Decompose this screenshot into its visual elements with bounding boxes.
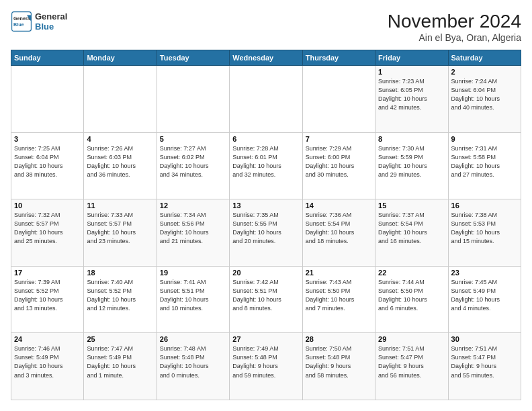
cell-info-text: Sunrise: 7:45 AM Sunset: 5:49 PM Dayligh… xyxy=(451,278,518,313)
cell-info-text: Sunrise: 7:44 AM Sunset: 5:50 PM Dayligh… xyxy=(378,278,445,313)
cell-info-text: Sunrise: 7:24 AM Sunset: 6:04 PM Dayligh… xyxy=(451,77,518,112)
calendar-cell: 27Sunrise: 7:49 AM Sunset: 5:48 PM Dayli… xyxy=(230,333,302,400)
cell-info-text: Sunrise: 7:49 AM Sunset: 5:48 PM Dayligh… xyxy=(232,345,299,379)
cell-info-text: Sunrise: 7:27 AM Sunset: 6:02 PM Dayligh… xyxy=(160,144,226,179)
calendar-cell: 7Sunrise: 7:29 AM Sunset: 6:00 PM Daylig… xyxy=(302,132,375,199)
calendar-cell xyxy=(157,66,229,133)
cell-info-text: Sunrise: 7:51 AM Sunset: 5:47 PM Dayligh… xyxy=(378,345,445,379)
calendar-cell: 18Sunrise: 7:40 AM Sunset: 5:52 PM Dayli… xyxy=(84,266,157,333)
calendar-cell: 29Sunrise: 7:51 AM Sunset: 5:47 PM Dayli… xyxy=(375,333,448,400)
page: General Blue General Blue November 2024 … xyxy=(0,0,532,411)
cell-info-text: Sunrise: 7:43 AM Sunset: 5:50 PM Dayligh… xyxy=(306,278,372,313)
cell-info-text: Sunrise: 7:37 AM Sunset: 5:54 PM Dayligh… xyxy=(378,211,445,246)
cell-info-text: Sunrise: 7:36 AM Sunset: 5:54 PM Dayligh… xyxy=(306,211,372,246)
svg-text:Blue: Blue xyxy=(13,21,24,28)
cell-day-number: 4 xyxy=(87,135,153,143)
calendar-cell: 19Sunrise: 7:41 AM Sunset: 5:51 PM Dayli… xyxy=(157,266,229,333)
cell-info-text: Sunrise: 7:46 AM Sunset: 5:49 PM Dayligh… xyxy=(14,345,81,379)
cell-info-text: Sunrise: 7:25 AM Sunset: 6:04 PM Dayligh… xyxy=(14,144,81,179)
calendar-week-row: 1Sunrise: 7:23 AM Sunset: 6:05 PM Daylig… xyxy=(11,66,521,133)
cell-info-text: Sunrise: 7:48 AM Sunset: 5:48 PM Dayligh… xyxy=(160,345,226,379)
cell-info-text: Sunrise: 7:47 AM Sunset: 5:49 PM Dayligh… xyxy=(87,345,153,379)
calendar-cell: 12Sunrise: 7:34 AM Sunset: 5:56 PM Dayli… xyxy=(157,199,229,267)
title-block: November 2024 Ain el Bya, Oran, Algeria xyxy=(388,11,521,43)
logo-text-blue: Blue xyxy=(35,21,67,32)
calendar-cell: 1Sunrise: 7:23 AM Sunset: 6:05 PM Daylig… xyxy=(375,66,448,133)
cell-day-number: 15 xyxy=(378,201,445,210)
cell-info-text: Sunrise: 7:31 AM Sunset: 5:58 PM Dayligh… xyxy=(451,144,518,179)
cell-info-text: Sunrise: 7:42 AM Sunset: 5:51 PM Dayligh… xyxy=(232,278,299,313)
calendar-cell xyxy=(84,66,157,133)
cell-day-number: 28 xyxy=(306,335,372,343)
cell-info-text: Sunrise: 7:33 AM Sunset: 5:57 PM Dayligh… xyxy=(87,211,153,246)
cell-day-number: 22 xyxy=(378,269,445,277)
calendar-cell: 26Sunrise: 7:48 AM Sunset: 5:48 PM Dayli… xyxy=(157,333,229,400)
calendar-cell: 30Sunrise: 7:51 AM Sunset: 5:47 PM Dayli… xyxy=(448,333,521,400)
calendar-cell: 15Sunrise: 7:37 AM Sunset: 5:54 PM Dayli… xyxy=(375,199,448,267)
calendar-cell: 17Sunrise: 7:39 AM Sunset: 5:52 PM Dayli… xyxy=(11,266,84,333)
cell-day-number: 19 xyxy=(160,269,226,277)
calendar-cell xyxy=(302,66,375,133)
calendar-cell: 5Sunrise: 7:27 AM Sunset: 6:02 PM Daylig… xyxy=(157,132,229,199)
cell-info-text: Sunrise: 7:51 AM Sunset: 5:47 PM Dayligh… xyxy=(451,345,518,379)
calendar-cell: 6Sunrise: 7:28 AM Sunset: 6:01 PM Daylig… xyxy=(230,132,302,199)
cell-day-number: 20 xyxy=(232,269,299,277)
cell-info-text: Sunrise: 7:28 AM Sunset: 6:01 PM Dayligh… xyxy=(232,144,299,179)
calendar-header-sunday: Sunday xyxy=(11,50,84,66)
calendar-header-wednesday: Wednesday xyxy=(230,50,302,66)
cell-day-number: 9 xyxy=(451,135,518,143)
cell-day-number: 2 xyxy=(451,68,518,76)
cell-day-number: 11 xyxy=(87,201,153,210)
cell-day-number: 1 xyxy=(378,68,445,76)
calendar-cell: 11Sunrise: 7:33 AM Sunset: 5:57 PM Dayli… xyxy=(84,199,157,267)
calendar-cell: 2Sunrise: 7:24 AM Sunset: 6:04 PM Daylig… xyxy=(448,66,521,133)
calendar-cell: 4Sunrise: 7:26 AM Sunset: 6:03 PM Daylig… xyxy=(84,132,157,199)
calendar-header-saturday: Saturday xyxy=(448,50,521,66)
cell-day-number: 7 xyxy=(306,135,372,143)
cell-info-text: Sunrise: 7:23 AM Sunset: 6:05 PM Dayligh… xyxy=(378,77,445,112)
cell-info-text: Sunrise: 7:29 AM Sunset: 6:00 PM Dayligh… xyxy=(306,144,372,179)
calendar-cell: 3Sunrise: 7:25 AM Sunset: 6:04 PM Daylig… xyxy=(11,132,84,199)
calendar-cell: 28Sunrise: 7:50 AM Sunset: 5:48 PM Dayli… xyxy=(302,333,375,400)
calendar-week-row: 10Sunrise: 7:32 AM Sunset: 5:57 PM Dayli… xyxy=(11,199,521,267)
calendar-header-friday: Friday xyxy=(375,50,448,66)
calendar-week-row: 17Sunrise: 7:39 AM Sunset: 5:52 PM Dayli… xyxy=(11,266,521,333)
calendar-cell xyxy=(11,66,84,133)
calendar-cell: 10Sunrise: 7:32 AM Sunset: 5:57 PM Dayli… xyxy=(11,199,84,267)
calendar-cell: 14Sunrise: 7:36 AM Sunset: 5:54 PM Dayli… xyxy=(302,199,375,267)
logo-text-general: General xyxy=(35,11,67,21)
cell-info-text: Sunrise: 7:39 AM Sunset: 5:52 PM Dayligh… xyxy=(14,278,81,313)
calendar-cell: 20Sunrise: 7:42 AM Sunset: 5:51 PM Dayli… xyxy=(230,266,302,333)
cell-day-number: 27 xyxy=(232,335,299,343)
calendar-header-row: SundayMondayTuesdayWednesdayThursdayFrid… xyxy=(11,50,521,66)
cell-day-number: 8 xyxy=(378,135,445,143)
cell-day-number: 30 xyxy=(451,335,518,343)
cell-day-number: 18 xyxy=(87,269,153,277)
calendar-cell: 22Sunrise: 7:44 AM Sunset: 5:50 PM Dayli… xyxy=(375,266,448,333)
calendar-header-tuesday: Tuesday xyxy=(157,50,229,66)
calendar-week-row: 24Sunrise: 7:46 AM Sunset: 5:49 PM Dayli… xyxy=(11,333,521,400)
calendar-cell: 24Sunrise: 7:46 AM Sunset: 5:49 PM Dayli… xyxy=(11,333,84,400)
cell-day-number: 23 xyxy=(451,269,518,277)
cell-day-number: 10 xyxy=(14,201,81,210)
cell-day-number: 5 xyxy=(160,135,226,143)
calendar-cell: 9Sunrise: 7:31 AM Sunset: 5:58 PM Daylig… xyxy=(448,132,521,199)
cell-day-number: 26 xyxy=(160,335,226,343)
cell-info-text: Sunrise: 7:35 AM Sunset: 5:55 PM Dayligh… xyxy=(232,211,299,246)
cell-day-number: 12 xyxy=(160,201,226,210)
cell-day-number: 21 xyxy=(306,269,372,277)
cell-info-text: Sunrise: 7:30 AM Sunset: 5:59 PM Dayligh… xyxy=(378,144,445,179)
logo-icon: General Blue xyxy=(11,11,32,32)
calendar-week-row: 3Sunrise: 7:25 AM Sunset: 6:04 PM Daylig… xyxy=(11,132,521,199)
calendar-cell xyxy=(230,66,302,133)
page-title: November 2024 xyxy=(388,11,521,32)
calendar-cell: 8Sunrise: 7:30 AM Sunset: 5:59 PM Daylig… xyxy=(375,132,448,199)
calendar-cell: 21Sunrise: 7:43 AM Sunset: 5:50 PM Dayli… xyxy=(302,266,375,333)
cell-day-number: 16 xyxy=(451,201,518,210)
header: General Blue General Blue November 2024 … xyxy=(11,11,521,43)
cell-info-text: Sunrise: 7:32 AM Sunset: 5:57 PM Dayligh… xyxy=(14,211,81,246)
cell-day-number: 17 xyxy=(14,269,81,277)
calendar-cell: 23Sunrise: 7:45 AM Sunset: 5:49 PM Dayli… xyxy=(448,266,521,333)
calendar-table: SundayMondayTuesdayWednesdayThursdayFrid… xyxy=(11,50,521,400)
calendar-cell: 25Sunrise: 7:47 AM Sunset: 5:49 PM Dayli… xyxy=(84,333,157,400)
